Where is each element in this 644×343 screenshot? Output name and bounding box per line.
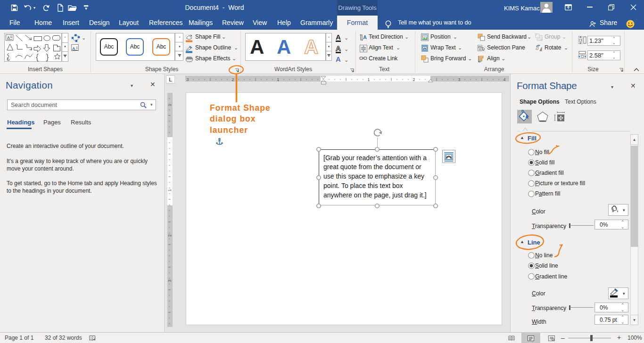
svg-text:3: 3: [167, 279, 172, 282]
svg-text:2: 2: [413, 77, 415, 82]
svg-text:1: 1: [277, 77, 279, 82]
svg-text:A: A: [363, 34, 367, 40]
svg-text:1: 1: [367, 77, 370, 82]
svg-text:2: 2: [167, 234, 172, 237]
svg-text:1: 1: [167, 189, 172, 191]
svg-text:3: 3: [458, 77, 460, 82]
svg-text:4: 4: [503, 77, 505, 82]
svg-text:1: 1: [167, 104, 172, 106]
svg-text:3: 3: [186, 77, 189, 82]
